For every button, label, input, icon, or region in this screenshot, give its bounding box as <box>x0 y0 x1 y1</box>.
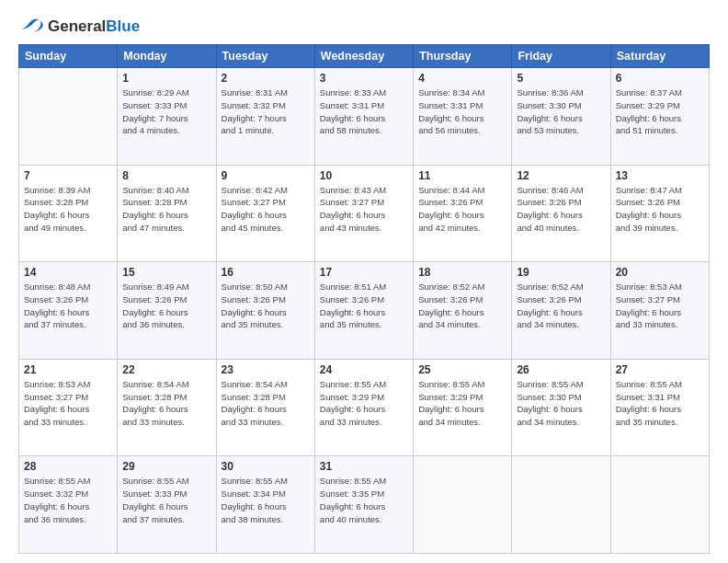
weekday-header-sunday: Sunday <box>19 45 118 68</box>
calendar-cell: 20Sunrise: 8:53 AM Sunset: 3:27 PM Dayli… <box>610 262 709 360</box>
day-detail: Sunrise: 8:52 AM Sunset: 3:26 PM Dayligh… <box>517 281 605 331</box>
day-number: 18 <box>418 266 506 279</box>
logo-icon <box>18 17 44 37</box>
day-detail: Sunrise: 8:34 AM Sunset: 3:31 PM Dayligh… <box>418 86 506 137</box>
calendar-cell: 6Sunrise: 8:37 AM Sunset: 3:29 PM Daylig… <box>610 68 709 166</box>
day-number: 16 <box>222 266 310 279</box>
calendar-cell: 2Sunrise: 8:31 AM Sunset: 3:32 PM Daylig… <box>216 68 314 166</box>
day-number: 9 <box>222 169 310 182</box>
day-number: 29 <box>122 460 210 473</box>
day-number: 11 <box>418 169 506 182</box>
day-detail: Sunrise: 8:55 AM Sunset: 3:30 PM Dayligh… <box>517 378 605 429</box>
calendar-cell <box>512 456 610 554</box>
calendar-cell: 30Sunrise: 8:55 AM Sunset: 3:34 PM Dayli… <box>216 456 314 554</box>
calendar-cell: 4Sunrise: 8:34 AM Sunset: 3:31 PM Daylig… <box>414 68 512 166</box>
day-number: 30 <box>222 460 310 473</box>
calendar-cell: 19Sunrise: 8:52 AM Sunset: 3:26 PM Dayli… <box>512 262 610 360</box>
day-number: 22 <box>122 363 210 376</box>
day-detail: Sunrise: 8:55 AM Sunset: 3:31 PM Dayligh… <box>616 378 704 429</box>
day-detail: Sunrise: 8:36 AM Sunset: 3:30 PM Dayligh… <box>517 86 605 137</box>
day-detail: Sunrise: 8:43 AM Sunset: 3:27 PM Dayligh… <box>320 184 408 235</box>
day-number: 13 <box>616 169 704 182</box>
calendar-cell: 21Sunrise: 8:53 AM Sunset: 3:27 PM Dayli… <box>19 359 118 456</box>
calendar-week-row: 7Sunrise: 8:39 AM Sunset: 3:28 PM Daylig… <box>19 165 710 262</box>
day-detail: Sunrise: 8:53 AM Sunset: 3:27 PM Dayligh… <box>24 378 112 429</box>
calendar-cell: 26Sunrise: 8:55 AM Sunset: 3:30 PM Dayli… <box>512 359 610 456</box>
calendar-header-row: SundayMondayTuesdayWednesdayThursdayFrid… <box>19 45 710 68</box>
day-detail: Sunrise: 8:44 AM Sunset: 3:26 PM Dayligh… <box>418 184 506 235</box>
calendar-cell: 5Sunrise: 8:36 AM Sunset: 3:30 PM Daylig… <box>512 68 610 166</box>
day-detail: Sunrise: 8:29 AM Sunset: 3:33 PM Dayligh… <box>122 86 210 137</box>
weekday-header-monday: Monday <box>118 45 216 68</box>
day-detail: Sunrise: 8:31 AM Sunset: 3:32 PM Dayligh… <box>222 86 310 137</box>
weekday-header-wednesday: Wednesday <box>314 45 413 68</box>
calendar-week-row: 1Sunrise: 8:29 AM Sunset: 3:33 PM Daylig… <box>19 68 710 166</box>
day-number: 25 <box>418 363 506 376</box>
day-number: 26 <box>517 363 605 376</box>
day-detail: Sunrise: 8:48 AM Sunset: 3:26 PM Dayligh… <box>24 281 112 331</box>
day-number: 23 <box>222 363 310 376</box>
calendar-cell: 11Sunrise: 8:44 AM Sunset: 3:26 PM Dayli… <box>414 165 512 262</box>
day-detail: Sunrise: 8:54 AM Sunset: 3:28 PM Dayligh… <box>122 378 210 429</box>
calendar-cell: 16Sunrise: 8:50 AM Sunset: 3:26 PM Dayli… <box>216 262 314 360</box>
calendar-week-row: 14Sunrise: 8:48 AM Sunset: 3:26 PM Dayli… <box>19 262 710 360</box>
day-number: 2 <box>222 72 310 85</box>
day-detail: Sunrise: 8:49 AM Sunset: 3:26 PM Dayligh… <box>122 281 210 331</box>
calendar-cell: 8Sunrise: 8:40 AM Sunset: 3:28 PM Daylig… <box>118 165 216 262</box>
day-number: 31 <box>320 460 408 473</box>
calendar-cell: 24Sunrise: 8:55 AM Sunset: 3:29 PM Dayli… <box>314 359 413 456</box>
day-detail: Sunrise: 8:55 AM Sunset: 3:33 PM Dayligh… <box>122 475 210 525</box>
calendar-cell: 28Sunrise: 8:55 AM Sunset: 3:32 PM Dayli… <box>19 456 118 554</box>
page: GeneralBlue SundayMondayTuesdayWednesday… <box>0 0 728 563</box>
day-number: 21 <box>24 363 112 376</box>
day-number: 1 <box>122 72 210 85</box>
calendar-cell: 15Sunrise: 8:49 AM Sunset: 3:26 PM Dayli… <box>118 262 216 360</box>
calendar-cell: 29Sunrise: 8:55 AM Sunset: 3:33 PM Dayli… <box>118 456 216 554</box>
day-detail: Sunrise: 8:55 AM Sunset: 3:29 PM Dayligh… <box>418 378 506 429</box>
weekday-header-thursday: Thursday <box>414 45 512 68</box>
calendar-cell: 12Sunrise: 8:46 AM Sunset: 3:26 PM Dayli… <box>512 165 610 262</box>
header: GeneralBlue <box>18 17 710 37</box>
calendar-cell: 9Sunrise: 8:42 AM Sunset: 3:27 PM Daylig… <box>216 165 314 262</box>
calendar-cell: 17Sunrise: 8:51 AM Sunset: 3:26 PM Dayli… <box>314 262 413 360</box>
calendar-cell: 1Sunrise: 8:29 AM Sunset: 3:33 PM Daylig… <box>118 68 216 166</box>
calendar-cell <box>610 456 709 554</box>
day-detail: Sunrise: 8:47 AM Sunset: 3:26 PM Dayligh… <box>616 184 704 235</box>
day-detail: Sunrise: 8:52 AM Sunset: 3:26 PM Dayligh… <box>418 281 506 331</box>
day-detail: Sunrise: 8:42 AM Sunset: 3:27 PM Dayligh… <box>222 184 310 235</box>
day-number: 7 <box>24 169 112 182</box>
day-detail: Sunrise: 8:53 AM Sunset: 3:27 PM Dayligh… <box>616 281 704 331</box>
day-number: 28 <box>24 460 112 473</box>
calendar-week-row: 21Sunrise: 8:53 AM Sunset: 3:27 PM Dayli… <box>19 359 710 456</box>
day-detail: Sunrise: 8:40 AM Sunset: 3:28 PM Dayligh… <box>122 184 210 235</box>
calendar-cell: 3Sunrise: 8:33 AM Sunset: 3:31 PM Daylig… <box>314 68 413 166</box>
day-number: 12 <box>517 169 605 182</box>
day-detail: Sunrise: 8:54 AM Sunset: 3:28 PM Dayligh… <box>222 378 310 429</box>
calendar-table: SundayMondayTuesdayWednesdayThursdayFrid… <box>18 44 710 554</box>
day-number: 20 <box>616 266 704 279</box>
calendar-cell: 27Sunrise: 8:55 AM Sunset: 3:31 PM Dayli… <box>610 359 709 456</box>
calendar-cell <box>19 68 118 166</box>
day-detail: Sunrise: 8:55 AM Sunset: 3:34 PM Dayligh… <box>222 475 310 525</box>
day-detail: Sunrise: 8:50 AM Sunset: 3:26 PM Dayligh… <box>222 281 310 331</box>
calendar-cell <box>414 456 512 554</box>
day-detail: Sunrise: 8:55 AM Sunset: 3:35 PM Dayligh… <box>320 475 408 525</box>
weekday-header-tuesday: Tuesday <box>216 45 314 68</box>
calendar-week-row: 28Sunrise: 8:55 AM Sunset: 3:32 PM Dayli… <box>19 456 710 554</box>
day-number: 27 <box>616 363 704 376</box>
calendar-cell: 10Sunrise: 8:43 AM Sunset: 3:27 PM Dayli… <box>314 165 413 262</box>
day-number: 24 <box>320 363 408 376</box>
weekday-header-friday: Friday <box>512 45 610 68</box>
day-detail: Sunrise: 8:55 AM Sunset: 3:32 PM Dayligh… <box>24 475 112 525</box>
day-number: 10 <box>320 169 408 182</box>
calendar-cell: 13Sunrise: 8:47 AM Sunset: 3:26 PM Dayli… <box>610 165 709 262</box>
day-number: 5 <box>517 72 605 85</box>
logo: GeneralBlue <box>18 17 140 37</box>
day-detail: Sunrise: 8:39 AM Sunset: 3:28 PM Dayligh… <box>24 184 112 235</box>
day-detail: Sunrise: 8:37 AM Sunset: 3:29 PM Dayligh… <box>616 86 704 137</box>
calendar-cell: 7Sunrise: 8:39 AM Sunset: 3:28 PM Daylig… <box>19 165 118 262</box>
day-detail: Sunrise: 8:46 AM Sunset: 3:26 PM Dayligh… <box>517 184 605 235</box>
day-number: 14 <box>24 266 112 279</box>
day-number: 3 <box>320 72 408 85</box>
day-number: 8 <box>122 169 210 182</box>
